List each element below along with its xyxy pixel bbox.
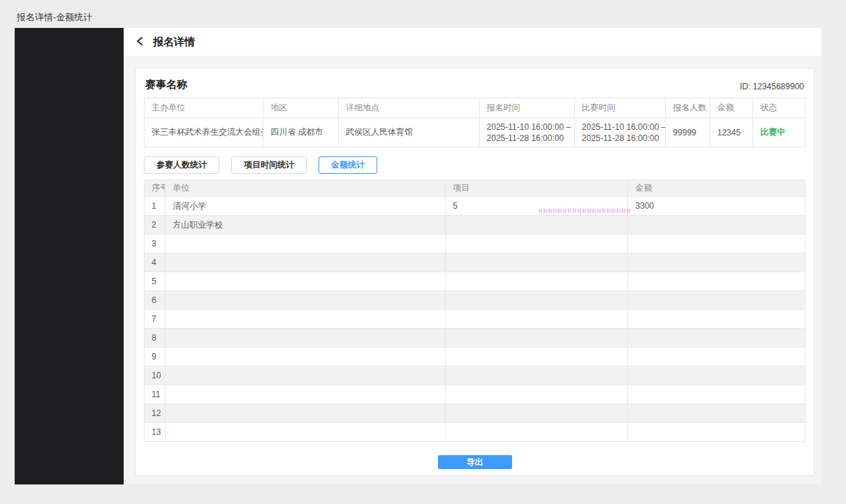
cell-index: 4 (145, 253, 166, 272)
col-organizer: 主办单位 (145, 98, 263, 118)
table-row: 13 (145, 423, 805, 442)
cell-project (446, 272, 628, 291)
cell-amount (628, 348, 805, 366)
tab-project-time-stats[interactable]: 项目时间统计 (231, 156, 307, 174)
table-row: 3 (145, 235, 805, 253)
table-row: 4 (145, 253, 805, 272)
cell-project (446, 348, 628, 366)
cell-index: 5 (145, 272, 166, 291)
cell-project (446, 235, 628, 253)
cell-project (446, 253, 628, 272)
tab-participant-count-stats[interactable]: 参赛人数统计 (144, 156, 219, 174)
cell-index: 6 (145, 291, 166, 310)
cell-project (446, 216, 628, 235)
table-row: 11 (145, 385, 805, 404)
col-project: 项目 (446, 180, 628, 197)
event-data-row: 张三丰杯武术养生交流大会组委会 四川省 成都市 武侯区人民体育馆 2025-11… (145, 118, 805, 147)
event-signup-time: 2025-11-10 16:00:00 – 2025-11-28 16:00:0… (479, 118, 574, 147)
status-badge: 比赛中 (760, 127, 785, 137)
back-button[interactable] (136, 36, 145, 48)
table-row: 9 (145, 348, 805, 366)
export-button[interactable]: 导出 (438, 455, 512, 469)
table-row: 10 (145, 366, 805, 385)
event-organizer: 张三丰杯武术养生交流大会组委会 (145, 118, 263, 147)
event-region: 四川省 成都市 (263, 118, 339, 147)
col-unit: 单位 (166, 180, 446, 197)
event-info-table: 主办单位 地区 详细地点 报名时间 比赛时间 报名人数 金额 状态 张三丰杯武术… (144, 98, 805, 147)
table-row: 6 (145, 291, 805, 310)
sidebar (15, 28, 124, 484)
cell-amount (628, 366, 805, 385)
cell-amount (628, 235, 805, 253)
col-venue: 详细地点 (339, 98, 479, 118)
cell-unit (166, 272, 446, 291)
cell-project (446, 404, 628, 423)
cell-project (446, 291, 628, 310)
cell-unit (166, 310, 446, 329)
cell-project (446, 385, 628, 404)
event-card-head: 赛事名称 ID: 12345689900 (144, 78, 805, 98)
cell-project (446, 366, 628, 385)
cell-index: 7 (145, 310, 166, 329)
cell-unit: 方山职业学校 (166, 216, 446, 235)
cell-unit (166, 423, 446, 442)
stats-table-body: 1 清河小学 5 3300 2 方山职业学校 3 4 5 6 7 8 (145, 197, 805, 442)
col-status: 状态 (753, 98, 805, 118)
stats-table-wrap: 序号 单位 项目 金额 1 清河小学 5 3300 2 方山职业学校 3 4 5 (144, 179, 805, 442)
col-index: 序号 (145, 180, 166, 197)
col-amount: 金额 (710, 98, 752, 118)
table-row: 5 (145, 272, 805, 291)
event-id: ID: 12345689900 (740, 82, 804, 91)
event-section-title: 赛事名称 (145, 78, 187, 91)
col-match-time: 比赛时间 (574, 98, 666, 118)
cell-unit: 清河小学 (166, 197, 446, 216)
cell-amount (628, 272, 805, 291)
cell-unit (166, 291, 446, 310)
cell-index: 10 (145, 366, 166, 385)
cell-amount (628, 291, 805, 310)
table-row: 2 方山职业学校 (145, 216, 805, 235)
back-chevron-icon (136, 36, 145, 48)
cell-index: 2 (145, 216, 166, 235)
cell-amount (628, 404, 805, 423)
cell-unit (166, 348, 446, 366)
stat-tabs: 参赛人数统计 项目时间统计 金额统计 (144, 156, 805, 174)
cell-index: 3 (145, 235, 166, 253)
col-signup-time: 报名时间 (479, 98, 574, 118)
cell-amount (628, 253, 805, 272)
cell-project (446, 310, 628, 329)
cell-unit (166, 404, 446, 423)
event-status: 比赛中 (753, 118, 805, 147)
event-header-row: 主办单位 地区 详细地点 报名时间 比赛时间 报名人数 金额 状态 (145, 98, 805, 118)
cell-amount (628, 329, 805, 348)
cell-index: 13 (145, 423, 166, 442)
cell-unit (166, 235, 446, 253)
table-row: 8 (145, 329, 805, 348)
tab-amount-stats[interactable]: 金额统计 (319, 156, 377, 174)
col-region: 地区 (263, 98, 339, 118)
amount-stats-table: 序号 单位 项目 金额 1 清河小学 5 3300 2 方山职业学校 3 4 5 (144, 179, 805, 442)
table-row: 1 清河小学 5 3300 (145, 197, 805, 216)
event-venue: 武侯区人民体育馆 (339, 118, 479, 147)
cell-index: 8 (145, 329, 166, 348)
cell-index: 9 (145, 348, 166, 366)
cell-unit (166, 385, 446, 404)
cell-index: 11 (145, 385, 166, 404)
cell-project: 5 (446, 197, 628, 216)
table-row: 12 (145, 404, 805, 423)
page-heading: 报名详情 (153, 36, 195, 49)
stats-header-row: 序号 单位 项目 金额 (145, 180, 805, 197)
table-row: 7 (145, 310, 805, 329)
main-content: 赛事名称 ID: 12345689900 主办单位 地区 详细地点 报名时间 比… (124, 56, 822, 484)
cell-unit (166, 329, 446, 348)
cell-amount (628, 423, 805, 442)
event-signup-count: 99999 (666, 118, 710, 147)
cell-index: 1 (145, 197, 166, 216)
detail-card: 赛事名称 ID: 12345689900 主办单位 地区 详细地点 报名时间 比… (135, 68, 815, 476)
export-row: 导出 (144, 455, 805, 469)
cell-amount (628, 216, 805, 235)
col-signup-count: 报名人数 (666, 98, 710, 118)
event-amount: 12345 (710, 118, 752, 147)
cell-amount (628, 385, 805, 404)
cell-unit (166, 366, 446, 385)
